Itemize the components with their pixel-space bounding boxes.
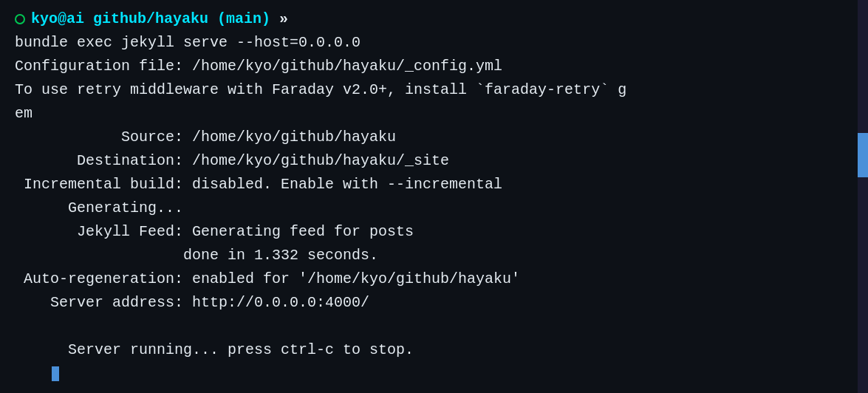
server-running-text: Server running... press ctrl-c to stop. — [50, 341, 414, 358]
prompt-repo: github/hayaku — [93, 7, 208, 31]
terminal-window: kyo@ai github/hayaku (main) » bundle exe… — [0, 0, 868, 393]
prompt-user-host: kyo@ai — [31, 7, 84, 31]
output-line-7: Incremental build: disabled. Enable with… — [0, 173, 868, 196]
output-line-10: done in 1.332 seconds. — [0, 244, 868, 267]
output-line-9: Jekyll Feed: Generating feed for posts — [0, 220, 868, 244]
prompt-branch: (main) — [217, 7, 270, 31]
prompt-arrow: » — [279, 7, 288, 31]
output-line-5: Source: /home/kyo/github/hayaku — [0, 126, 868, 149]
prompt-separator — [84, 7, 93, 31]
prompt-line: kyo@ai github/hayaku (main) » — [0, 7, 868, 31]
output-line-12: Server address: http://0.0.0.0:4000/ — [0, 291, 868, 315]
prompt-space — [208, 7, 217, 31]
output-line-13: Server running... press ctrl-c to stop. — [0, 315, 868, 393]
output-line-8: Generating... — [0, 196, 868, 220]
output-line-4: em — [0, 102, 868, 126]
cursor-block — [52, 366, 59, 381]
prompt-space2 — [270, 7, 279, 31]
output-line-11: Auto-regeneration: enabled for '/home/ky… — [0, 267, 868, 291]
output-line-1: bundle exec jekyll serve --host=0.0.0.0 — [0, 31, 868, 55]
prompt-circle-icon — [15, 14, 25, 24]
output-line-2: Configuration file: /home/kyo/github/hay… — [0, 55, 868, 78]
scrollbar[interactable] — [858, 0, 868, 393]
output-line-6: Destination: /home/kyo/github/hayaku/_si… — [0, 149, 868, 173]
scrollbar-thumb[interactable] — [858, 133, 868, 177]
output-line-3: To use retry middleware with Faraday v2.… — [0, 78, 868, 102]
